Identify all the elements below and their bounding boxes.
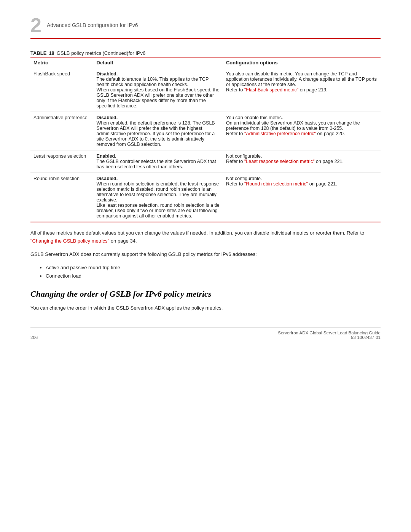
link-changing-gslb[interactable]: "Changing the GSLB policy metrics" xyxy=(30,238,109,244)
chapter-title: Advanced GSLB configuration for IPv6 xyxy=(47,22,138,28)
col-config: Configuration options xyxy=(223,57,381,68)
config-roundrobin: Not configurable. Refer to "Round robin … xyxy=(223,173,381,222)
metric-roundrobin: Round robin selection xyxy=(30,173,94,222)
default-text-flashback: The default tolerance is 10%. This appli… xyxy=(97,77,220,109)
table-number: 18 xyxy=(49,50,54,56)
default-bold-flashback: Disabled. xyxy=(97,71,118,77)
list-item: Connection load xyxy=(46,272,381,280)
default-bold-least: Enabled. xyxy=(97,153,116,159)
chapter-number: 2 xyxy=(30,15,41,35)
col-default: Default xyxy=(94,57,223,68)
link-least[interactable]: "Least response selection metric" xyxy=(244,159,315,164)
metric-least: Least response selection xyxy=(30,150,94,173)
default-bold-roundrobin: Disabled. xyxy=(97,176,118,181)
para1-end: on page 34. xyxy=(109,238,137,244)
table-title: GSLB policy metrics (Continued)for IPv6 xyxy=(57,50,145,56)
config-end-least: on page 221. xyxy=(315,159,344,164)
metric-admin: Administrative preference xyxy=(30,112,94,150)
default-flashback: Disabled. The default tolerance is 10%. … xyxy=(94,68,223,112)
default-least: Enabled. The GSLB controller selects the… xyxy=(94,150,223,173)
paragraph-1: All of these metrics have default values… xyxy=(30,229,381,245)
default-text-roundrobin: When round robin selection is enabled, t… xyxy=(97,181,220,219)
table-row: Administrative preference Disabled. When… xyxy=(30,112,381,150)
page-number: 206 xyxy=(30,335,38,340)
chapter-header: 2 Advanced GSLB configuration for IPv6 xyxy=(30,15,381,39)
default-roundrobin: Disabled. When round robin selection is … xyxy=(94,173,223,222)
book-title: ServerIron ADX Global Server Load Balanc… xyxy=(278,331,381,335)
metric-flashback: FlashBack speed xyxy=(30,68,94,112)
col-metric: Metric xyxy=(30,57,94,68)
config-end-roundrobin: on page 221. xyxy=(308,181,337,187)
list-item: Active and passive round-trip time xyxy=(46,264,381,272)
footer-right: ServerIron ADX Global Server Load Balanc… xyxy=(278,331,381,340)
paragraph-2: GSLB ServerIron ADX does not currently s… xyxy=(30,251,381,259)
link-admin[interactable]: "Administrative preference metric" xyxy=(244,131,316,136)
config-end-flashback: on page 219. xyxy=(298,87,327,93)
para1-text: All of these metrics have default values… xyxy=(30,230,364,236)
default-bold-admin: Disabled. xyxy=(97,115,118,120)
link-roundrobin[interactable]: "Round robin selection metric" xyxy=(244,181,308,187)
default-text-admin: When enabled, the default preference is … xyxy=(97,120,215,147)
paragraph-3: You can change the order in which the GS… xyxy=(30,304,381,312)
default-text-least: The GSLB controller selects the site Ser… xyxy=(97,159,216,169)
config-admin: You can enable this metric.On an individ… xyxy=(223,112,381,150)
default-admin: Disabled. When enabled, the default pref… xyxy=(94,112,223,150)
table-row: Round robin selection Disabled. When rou… xyxy=(30,173,381,222)
table-row: FlashBack speed Disabled. The default to… xyxy=(30,68,381,112)
link-flashback[interactable]: "FlashBack speed metric" xyxy=(244,87,298,93)
doc-number: 53-1002437-01 xyxy=(351,335,381,340)
table-keyword: TABLE xyxy=(30,50,46,56)
config-end-admin: on page 220. xyxy=(316,131,345,136)
table-row: Least response selection Enabled. The GS… xyxy=(30,150,381,173)
gslb-table: Metric Default Configuration options Fla… xyxy=(30,57,381,222)
config-flashback: You also can disable this metric. You ca… xyxy=(223,68,381,112)
table-label-row: TABLE 18 GSLB policy metrics (Continued)… xyxy=(30,50,381,56)
section-heading: Changing the order of GSLB for IPv6 poli… xyxy=(30,289,381,299)
bullet-list: Active and passive round-trip time Conne… xyxy=(46,264,381,280)
config-least: Not configurable. Refer to "Least respon… xyxy=(223,150,381,173)
footer: 206 ServerIron ADX Global Server Load Ba… xyxy=(30,327,381,340)
